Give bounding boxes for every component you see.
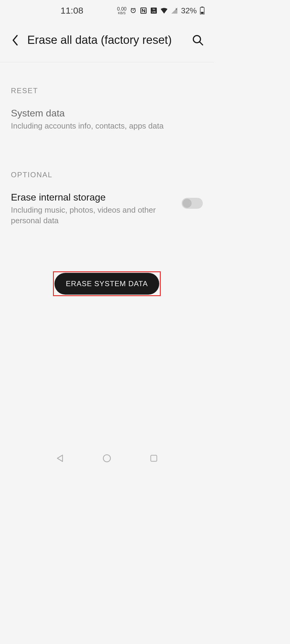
svg-text:LTE: LTE (152, 11, 156, 13)
svg-rect-7 (201, 12, 204, 14)
system-data-item[interactable]: System data Including accounts info, con… (11, 104, 203, 137)
action-container: ERASE SYSTEM DATA (11, 271, 203, 296)
wifi-icon (160, 8, 168, 14)
volte-icon: VoLTE (150, 7, 157, 14)
net-speed-unit: KB/S (118, 11, 126, 15)
erase-storage-toggle[interactable] (182, 198, 203, 209)
system-data-title: System data (11, 108, 203, 119)
net-speed-value: 0.00 (117, 7, 127, 11)
optional-section-header: OPTIONAL (11, 171, 203, 179)
status-bar: 11:08 0.00 KB/S VoLTE x 32% (0, 0, 214, 21)
search-button[interactable] (191, 33, 205, 47)
svg-text:x: x (176, 8, 177, 11)
toggle-knob (183, 199, 192, 208)
reset-section-header: RESET (11, 87, 203, 95)
page-header: Erase all data (factory reset) (0, 21, 214, 62)
battery-icon (200, 7, 205, 15)
svg-text:Vo: Vo (153, 8, 155, 10)
system-data-desc: Including accounts info, contacts, apps … (11, 121, 203, 131)
erase-system-data-button[interactable]: ERASE SYSTEM DATA (54, 273, 160, 295)
signal-icon: x (171, 8, 178, 14)
nav-home-button[interactable] (101, 452, 113, 464)
battery-percentage: 32% (181, 6, 197, 15)
svg-point-9 (103, 455, 110, 462)
alarm-icon (130, 7, 137, 14)
phone-screen: 11:08 0.00 KB/S VoLTE x 32% (0, 0, 214, 472)
nav-recents-button[interactable] (148, 452, 160, 464)
svg-rect-10 (151, 455, 157, 461)
highlight-annotation: ERASE SYSTEM DATA (53, 271, 161, 296)
status-right-icons: 0.00 KB/S VoLTE x 32% (117, 6, 205, 15)
net-speed-indicator: 0.00 KB/S (117, 7, 127, 15)
status-time: 11:08 (61, 5, 83, 16)
erase-storage-item[interactable]: Erase internal storage Including music, … (11, 188, 203, 232)
content-area: RESET System data Including accounts inf… (0, 87, 214, 296)
navigation-bar (0, 448, 214, 469)
nav-back-button[interactable] (54, 452, 66, 464)
erase-storage-desc: Including music, photos, videos and othe… (11, 205, 176, 226)
nfc-icon (140, 7, 147, 14)
erase-storage-title: Erase internal storage (11, 192, 176, 203)
page-title: Erase all data (factory reset) (27, 34, 191, 47)
back-button[interactable] (9, 34, 21, 46)
